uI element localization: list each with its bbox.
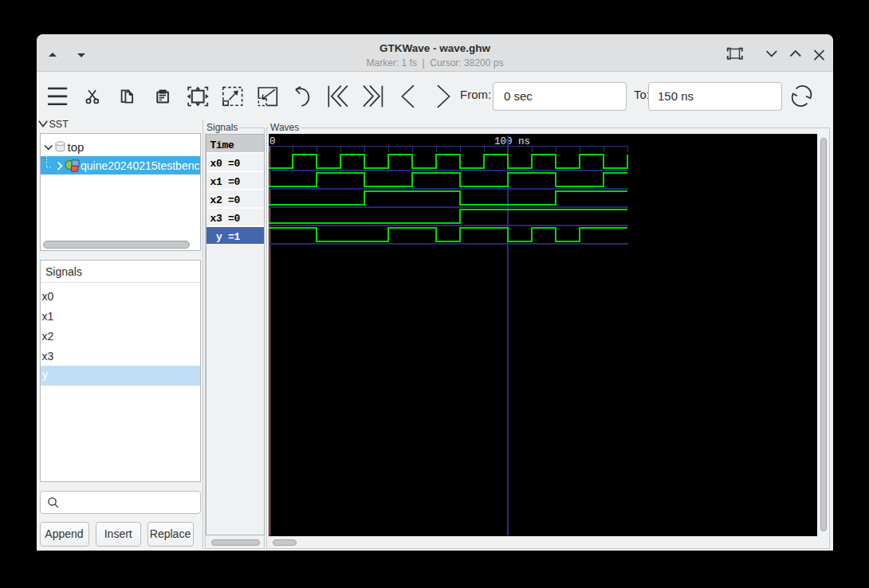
svg-text:0: 0 bbox=[269, 136, 276, 147]
svg-text:100 ns: 100 ns bbox=[494, 136, 530, 147]
